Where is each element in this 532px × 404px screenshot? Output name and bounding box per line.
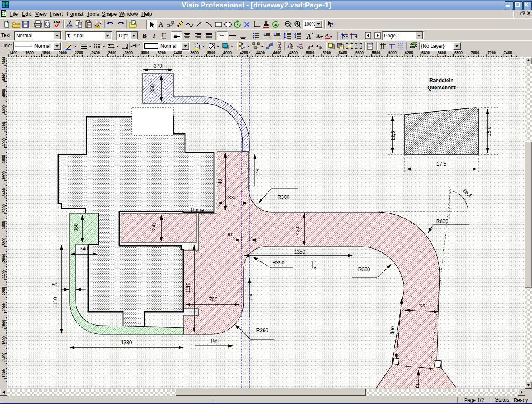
svg-text:7400: 7400 — [504, 51, 512, 55]
svg-text:5000: 5000 — [306, 51, 314, 55]
svg-text:?: ? — [331, 22, 334, 28]
svg-text:R600: R600 — [358, 267, 370, 272]
svg-text:3400: 3400 — [2, 188, 6, 196]
svg-text:U: U — [162, 32, 166, 39]
svg-text:1600: 1600 — [2, 336, 6, 345]
svg-text:1110: 1110 — [185, 282, 191, 293]
svg-text:A: A — [325, 32, 329, 38]
svg-text:2000: 2000 — [59, 51, 67, 55]
svg-text:3600: 3600 — [190, 51, 199, 55]
svg-text:4200: 4200 — [240, 51, 248, 55]
svg-text:1110: 1110 — [52, 297, 58, 307]
svg-text:420: 420 — [295, 227, 300, 235]
svg-text:t: t — [69, 35, 71, 38]
svg-text:Randstein: Randstein — [429, 78, 453, 83]
svg-text:1380: 1380 — [121, 340, 132, 345]
svg-text:4200: 4200 — [2, 122, 6, 130]
svg-text:1350: 1350 — [294, 249, 305, 255]
svg-text:1600: 1600 — [25, 51, 34, 55]
svg-text:Querschnitt: Querschnitt — [427, 85, 455, 91]
svg-text:1%: 1% — [248, 294, 254, 301]
svg-text:4600: 4600 — [273, 51, 281, 55]
svg-text:2600: 2600 — [108, 51, 116, 55]
svg-text:3800: 3800 — [207, 51, 215, 55]
svg-text:4800: 4800 — [289, 51, 298, 55]
svg-text:80: 80 — [52, 282, 57, 288]
svg-text:350: 350 — [150, 84, 155, 93]
svg-text:A: A — [158, 21, 163, 28]
svg-text:6400: 6400 — [421, 51, 430, 55]
svg-text:2200: 2200 — [2, 287, 6, 295]
svg-text:1%: 1% — [210, 338, 217, 344]
svg-text:1800: 1800 — [42, 51, 50, 55]
svg-text:6200: 6200 — [405, 51, 413, 55]
svg-text:B: B — [143, 32, 147, 39]
svg-text:2000: 2000 — [2, 303, 6, 311]
svg-text:5600: 5600 — [355, 51, 364, 55]
svg-text:420: 420 — [418, 302, 427, 309]
svg-text:15,0: 15,0 — [486, 126, 492, 136]
svg-text:380: 380 — [228, 195, 236, 201]
svg-text:R800: R800 — [436, 218, 448, 224]
svg-text:5000: 5000 — [2, 57, 6, 64]
svg-text:A: A — [306, 33, 311, 40]
svg-text:350: 350 — [73, 223, 79, 232]
svg-text:3600: 3600 — [2, 171, 6, 180]
svg-text:6600: 6600 — [438, 51, 446, 55]
svg-text:6000: 6000 — [388, 51, 397, 55]
svg-text:R390: R390 — [256, 328, 268, 333]
svg-text:4000: 4000 — [223, 51, 232, 55]
svg-text:I: I — [153, 32, 155, 39]
svg-text:2800: 2800 — [124, 51, 133, 55]
svg-text:4400: 4400 — [256, 51, 265, 55]
svg-text:5200: 5200 — [323, 51, 331, 55]
svg-text:7200: 7200 — [488, 51, 496, 55]
svg-text:4400: 4400 — [2, 105, 6, 114]
svg-text:2400: 2400 — [91, 51, 100, 55]
svg-text:R390: R390 — [273, 260, 285, 266]
svg-text:2800: 2800 — [2, 238, 6, 246]
svg-text:3000: 3000 — [2, 221, 6, 229]
svg-text:A: A — [316, 33, 320, 39]
svg-text:7000: 7000 — [471, 51, 479, 55]
svg-text:800: 800 — [389, 326, 396, 335]
svg-text:3200: 3200 — [158, 51, 166, 55]
svg-text:17,5: 17,5 — [436, 161, 446, 167]
svg-text:350: 350 — [151, 223, 157, 232]
svg-text:340: 340 — [80, 246, 88, 252]
svg-text:1%: 1% — [255, 168, 261, 176]
svg-text:3800: 3800 — [2, 155, 6, 163]
svg-text:1200: 1200 — [2, 369, 6, 377]
svg-text:Rinne: Rinne — [191, 207, 204, 213]
svg-text:3400: 3400 — [174, 51, 182, 55]
svg-text:3000: 3000 — [141, 51, 149, 55]
svg-text:90: 90 — [226, 232, 232, 238]
svg-text:3200: 3200 — [2, 204, 6, 213]
svg-text:5800: 5800 — [372, 51, 380, 55]
svg-text:R300: R300 — [278, 194, 290, 200]
svg-text:370: 370 — [154, 63, 162, 69]
svg-text:5400: 5400 — [339, 51, 347, 55]
svg-text:740: 740 — [217, 179, 223, 187]
svg-text:6800: 6800 — [454, 51, 463, 55]
svg-text:2600: 2600 — [2, 254, 6, 262]
svg-text:2400: 2400 — [2, 270, 6, 279]
svg-text:2200: 2200 — [75, 51, 83, 55]
svg-text:1400: 1400 — [9, 51, 17, 55]
svg-text:700: 700 — [209, 296, 217, 302]
svg-text:4000: 4000 — [2, 138, 6, 147]
svg-text:1800: 1800 — [2, 320, 6, 328]
svg-text:600: 600 — [414, 380, 421, 388]
svg-text:12,5: 12,5 — [390, 131, 396, 141]
svg-text:1400: 1400 — [2, 353, 6, 361]
svg-text:4600: 4600 — [2, 89, 6, 97]
svg-text:4800: 4800 — [2, 73, 6, 81]
